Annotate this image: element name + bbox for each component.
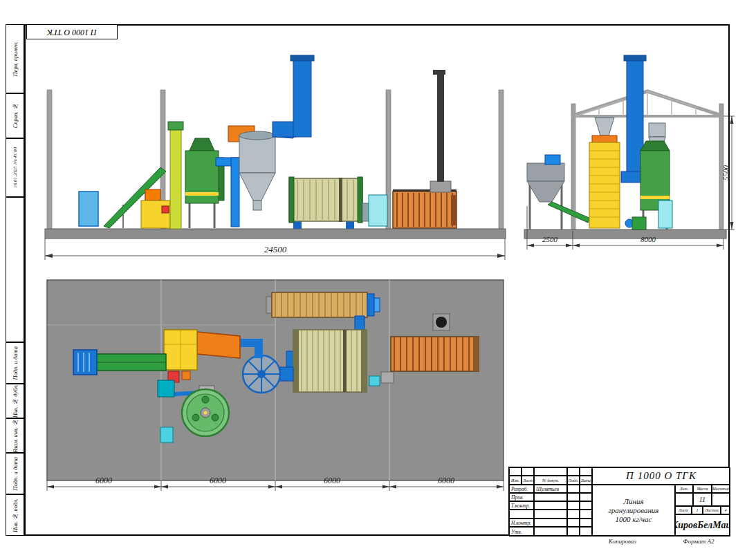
- dimension-end-width: 2500 8000: [527, 206, 723, 250]
- tb-scale-label: Масштаб: [712, 485, 730, 493]
- title-block-code: П 1000 О ТГК: [592, 467, 730, 485]
- copied-label: Копировал: [591, 538, 654, 545]
- tb-cell: [534, 493, 567, 501]
- bucket-elevator: [168, 122, 183, 229]
- tb-sheet-label: Лист: [675, 506, 692, 514]
- tb-row-tkontr: Т.контр.: [509, 501, 534, 510]
- tb-row-razrab: Разраб.: [509, 485, 534, 493]
- drawing-sheet: П 1000 О ТГК Перв. примен. Справ. № 16.0…: [0, 0, 747, 560]
- tb-cell: [509, 510, 534, 519]
- tb-cell: [567, 467, 580, 476]
- document-title: Линия гранулирования 1000 кг/час: [592, 485, 675, 536]
- tb-cell: [534, 510, 567, 519]
- disc-granulator: [182, 389, 229, 436]
- tb-col-list: Лист: [522, 476, 534, 485]
- tb-col-doc: № докум.: [534, 476, 567, 485]
- dimension-label: 2500: [542, 235, 558, 243]
- cell-vzam-inv: Взам. инв. №: [6, 418, 24, 453]
- tb-cell: [534, 501, 567, 510]
- belt-conveyor: [73, 350, 166, 375]
- tb-sheet-value: 1: [692, 506, 703, 514]
- cell-empty: [6, 197, 24, 342]
- cell-timestamp: 16.01.2025 16:45:00: [6, 138, 24, 197]
- stamp-code: П 1000 О ТГК: [47, 27, 97, 37]
- feed-hopper: [197, 332, 240, 358]
- drum-dryer: [286, 330, 367, 392]
- tb-cell: [567, 519, 580, 527]
- top-stamp: П 1000 О ТГК: [26, 24, 118, 39]
- dimension-label: 6000: [95, 476, 112, 485]
- mixer-tank: [185, 138, 224, 228]
- tb-sheets-label: Листов: [703, 506, 721, 514]
- tb-cell: [567, 485, 580, 493]
- pump-unit: [625, 217, 646, 230]
- tb-lit-label: Лит.: [675, 485, 693, 493]
- tb-col-data: Дата: [580, 476, 592, 485]
- tb-cell: [567, 493, 580, 501]
- tb-razrab-name: Шулятьев: [534, 485, 567, 493]
- drum-dryer: [289, 177, 372, 229]
- dimension-label: 5500: [721, 165, 730, 181]
- aux-box: [381, 372, 394, 383]
- company-name: КировБелМаш: [675, 514, 730, 536]
- tb-col-izm: Изм.: [509, 476, 522, 485]
- cooler-conveyor: [266, 292, 380, 317]
- tb-cell: [580, 493, 592, 501]
- heat-generator: [393, 189, 456, 228]
- exhaust-duct: [273, 55, 314, 138]
- cell-sprav-no: Справ. №: [6, 93, 24, 138]
- format-label: Формат А2: [667, 538, 730, 545]
- tb-cell: [580, 510, 592, 519]
- tb-cell: [580, 501, 592, 510]
- tb-row-utv: Утв.: [509, 527, 534, 536]
- cyclone-filter: [239, 131, 275, 210]
- tb-row-prov: Пров.: [509, 493, 534, 501]
- dimension-label: 6000: [438, 476, 454, 485]
- crusher: [141, 189, 170, 228]
- tb-cell: [567, 510, 580, 519]
- feed-bin: [79, 192, 98, 226]
- tb-sheets-value: 4: [721, 506, 730, 514]
- tb-col-podp: Подп.: [567, 476, 580, 485]
- receiving-hopper: [527, 155, 591, 230]
- tb-cell: [567, 527, 580, 536]
- side-elevation-view: 24500: [40, 54, 510, 270]
- dimension-label: 8000: [640, 235, 656, 243]
- cell-podp-data-2: Подп. и дата: [6, 453, 24, 494]
- dimension-label: 6000: [210, 476, 226, 485]
- gost-left-strip: Перв. примен. Справ. № 16.01.2025 16:45:…: [6, 24, 24, 536]
- tb-cell: [580, 485, 592, 493]
- control-cabinet: [160, 427, 173, 442]
- tb-cell: [534, 527, 567, 536]
- tb-cell: [580, 467, 592, 476]
- plan-view: 6000 6000 6000 6000: [40, 275, 510, 498]
- cell-inv-dubl: Инв. № дубл.: [6, 384, 24, 418]
- tb-mass-value: 11: [693, 493, 712, 506]
- tb-cell: [580, 519, 592, 527]
- control-cabinet: [369, 376, 380, 386]
- title-block: П 1000 О ТГК Изм. Лист № докум. Подп. Да…: [508, 467, 730, 536]
- tb-cell: [534, 467, 567, 476]
- dimension-label: 6000: [324, 476, 340, 485]
- cell-inv-podl: Инв. № подл.: [6, 494, 24, 536]
- tb-mass-label: Масса: [693, 485, 712, 493]
- tb-cell: [509, 467, 522, 476]
- chimney: [430, 70, 451, 192]
- cell-podp-data-1: Подп. и дата: [6, 342, 24, 384]
- tb-cell: [567, 501, 580, 510]
- screen-tower: [589, 118, 620, 228]
- tb-row-nkontr: Н.контр.: [509, 519, 534, 527]
- end-elevation-view: 5500 2500 8000: [517, 54, 739, 270]
- tb-cell: [522, 467, 534, 476]
- tb-scale-value: [712, 493, 730, 506]
- tb-cell: [534, 519, 567, 527]
- floor-slab: [45, 229, 506, 239]
- control-cabinet: [658, 200, 672, 228]
- tb-cell: [580, 527, 592, 536]
- dimension-label: 24500: [264, 244, 287, 254]
- tb-lit-value: [675, 493, 693, 506]
- cell-perv-primen: Перв. примен.: [6, 24, 24, 93]
- control-cabinet: [369, 195, 387, 226]
- dimension-side-total: 24500: [45, 239, 505, 260]
